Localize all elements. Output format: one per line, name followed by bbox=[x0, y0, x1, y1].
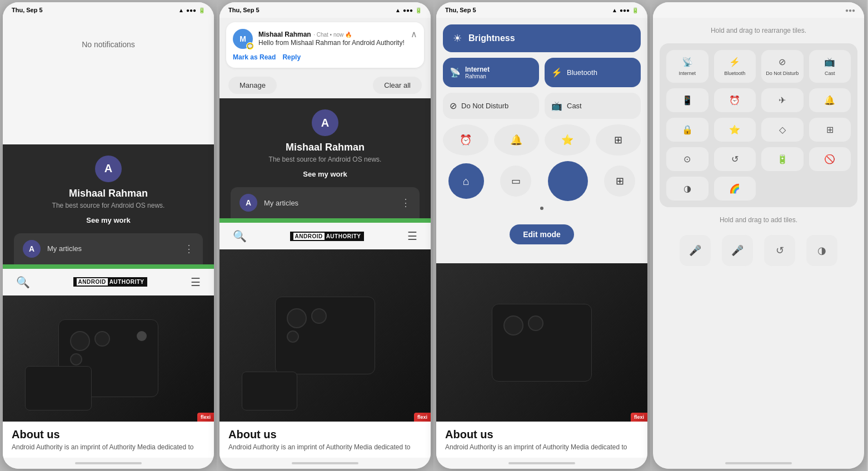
edit-dnd-icon: ⊘ bbox=[779, 57, 786, 67]
articles-dots-2[interactable]: ⋮ bbox=[401, 197, 411, 209]
about-title-1: About us bbox=[12, 428, 205, 441]
reply-btn[interactable]: Reply bbox=[282, 53, 301, 61]
qs-home-tile[interactable]: ⌂ bbox=[448, 163, 484, 199]
about-section-3: About us Android Authority is an imprint… bbox=[436, 422, 647, 458]
bluetooth-label: Bluetooth bbox=[567, 68, 597, 77]
qs-icon-tile-3[interactable]: ⭐ bbox=[545, 124, 590, 156]
qs-dot-indicator bbox=[540, 207, 543, 210]
articles-dots-1[interactable]: ⋮ bbox=[184, 243, 194, 255]
articles-label-1: My articles bbox=[47, 244, 177, 253]
home-bar-2 bbox=[292, 462, 358, 464]
notification-card-2: M 💬 Mishaal Rahman · Chat • now 🔥 Hello … bbox=[226, 22, 424, 68]
add-tile-3[interactable]: ↺ bbox=[764, 235, 795, 266]
qs-small-row: ⏰ 🔔 ⭐ ⊞ bbox=[443, 124, 641, 156]
home-bar-3 bbox=[508, 462, 575, 464]
edit-tile-17[interactable]: ◑ bbox=[666, 177, 709, 201]
internet-icon: 📡 bbox=[450, 67, 461, 78]
add-tile-2[interactable]: 🎤 bbox=[722, 235, 753, 266]
edit-tile-dnd[interactable]: ⊘ Do Not Disturb bbox=[761, 50, 804, 83]
edit-tile-16[interactable]: 🚫 bbox=[809, 147, 851, 171]
qs-icon-tile-2[interactable]: 🔔 bbox=[494, 124, 540, 156]
status-bar-1: Thu, Sep 5 ▲ ●●● 🔋 bbox=[3, 2, 214, 18]
qs-row-1: 📡 Internet Rahman ⚡ Bluetooth bbox=[443, 58, 641, 87]
brightness-icon: ☀ bbox=[453, 32, 462, 44]
notif-close-btn-2[interactable]: ∧ bbox=[411, 29, 417, 39]
edit-tile-8[interactable]: 🔔 bbox=[809, 88, 851, 112]
status-bar-2: Thu, Sep 5 ▲ ●●● 🔋 bbox=[220, 2, 431, 18]
cast-tile[interactable]: 📺 Cast bbox=[545, 93, 641, 119]
edit-tile-5[interactable]: 📱 bbox=[666, 88, 709, 112]
phone-panel-4: ●●● Hold and drag to rearrange tiles. 📡 … bbox=[650, 0, 867, 471]
edit-tile-15[interactable]: 🔋 bbox=[761, 147, 804, 171]
edit-tile-bluetooth[interactable]: ⚡ Bluetooth bbox=[714, 50, 756, 83]
see-work-link-2[interactable]: See my work bbox=[303, 170, 347, 178]
edit-tile-18[interactable]: 🌈 bbox=[714, 177, 756, 201]
bluetooth-icon: ⚡ bbox=[551, 67, 562, 78]
qs-med-tile-2[interactable]: ⊞ bbox=[604, 166, 635, 197]
qs-bottom-row: ⌂ ▭ ⊞ bbox=[443, 161, 641, 201]
edit-tile-6[interactable]: ⏰ bbox=[714, 88, 756, 112]
status-icons-3: ▲ ●●● 🔋 bbox=[612, 7, 638, 13]
edit-tile-7[interactable]: ✈ bbox=[761, 88, 804, 112]
edit-tile-internet[interactable]: 📡 Internet bbox=[666, 50, 709, 83]
edit-tile-14[interactable]: ↺ bbox=[714, 147, 756, 171]
article-image-2: flexi bbox=[220, 249, 431, 422]
edit-tile-12-icon: ⊞ bbox=[826, 124, 834, 135]
manage-button[interactable]: Manage bbox=[228, 77, 277, 94]
profile-subtitle-1: The best source for Android OS news. bbox=[52, 202, 165, 209]
edit-tile-13-icon: ⊙ bbox=[684, 154, 691, 164]
edit-tile-9[interactable]: 🔒 bbox=[666, 118, 709, 142]
notification-area-1: No notifications bbox=[3, 18, 214, 144]
add-tile-1[interactable]: 🎤 bbox=[680, 235, 711, 266]
status-time-3: Thu, Sep 5 bbox=[445, 7, 476, 13]
qs-icon-tile-1[interactable]: ⏰ bbox=[443, 124, 488, 156]
qs-icon-tile-4[interactable]: ⊞ bbox=[596, 124, 641, 156]
quick-settings-3: ☀ Brightness 📡 Internet Rahman ⚡ Bluet bbox=[436, 18, 647, 263]
edit-tile-15-icon: 🔋 bbox=[777, 154, 788, 164]
status-icons-2: ▲ ●●● 🔋 bbox=[395, 7, 422, 13]
profile-card-1: A Mishaal Rahman The best source for And… bbox=[3, 144, 214, 264]
mark-as-read-btn[interactable]: Mark as Read bbox=[233, 53, 276, 61]
profile-avatar-1: A bbox=[95, 156, 122, 182]
edit-tile-5-icon: 📱 bbox=[682, 95, 693, 106]
qs-med-tile-1[interactable]: ▭ bbox=[500, 166, 531, 197]
about-title-3: About us bbox=[445, 428, 638, 441]
dnd-label: Do Not Disturb bbox=[461, 102, 508, 110]
search-icon-2[interactable]: 🔍 bbox=[233, 229, 247, 243]
bottom-nav-2: 🔍 ANDROID AUTHORITY ☰ bbox=[220, 223, 431, 249]
notif-content-2: Mishaal Rahman · Chat • now 🔥 Hello from… bbox=[258, 29, 405, 47]
edit-tile-11[interactable]: ◇ bbox=[761, 118, 804, 142]
brightness-tile[interactable]: ☀ Brightness bbox=[443, 24, 641, 52]
edit-tile-12[interactable]: ⊞ bbox=[809, 118, 851, 142]
clear-all-button[interactable]: Clear all bbox=[373, 77, 422, 94]
about-body-1: Android Authority is an imprint of Autho… bbox=[12, 443, 205, 451]
search-icon-1[interactable]: 🔍 bbox=[16, 275, 30, 289]
about-body-2: Android Authority is an imprint of Autho… bbox=[228, 443, 422, 451]
add-tiles-hint: Hold and drag to add tiles. bbox=[653, 212, 864, 231]
qs-center-tile[interactable] bbox=[548, 161, 588, 201]
edit-tile-cast[interactable]: 📺 Cast bbox=[809, 50, 851, 83]
add-tile-4[interactable]: ◑ bbox=[806, 235, 837, 266]
menu-icon-2[interactable]: ☰ bbox=[407, 229, 417, 243]
edit-dnd-label: Do Not Disturb bbox=[766, 71, 799, 76]
bottom-nav-1: 🔍 ANDROID AUTHORITY ☰ bbox=[3, 269, 214, 295]
edit-tile-13[interactable]: ⊙ bbox=[666, 147, 709, 171]
internet-label: Internet bbox=[465, 66, 490, 73]
internet-tile[interactable]: 📡 Internet Rahman bbox=[443, 58, 539, 87]
see-work-link-1[interactable]: See my work bbox=[86, 216, 131, 224]
add-tile-1-icon: 🎤 bbox=[689, 244, 701, 257]
dnd-tile[interactable]: ⊘ Do Not Disturb bbox=[443, 93, 539, 119]
green-accent-bar-2 bbox=[220, 218, 431, 223]
menu-icon-1[interactable]: ☰ bbox=[191, 275, 201, 289]
edit-tile-10[interactable]: ⭐ bbox=[714, 118, 756, 142]
notif-actions-2: Mark as Read Reply bbox=[233, 53, 417, 61]
bluetooth-tile[interactable]: ⚡ Bluetooth bbox=[545, 58, 641, 87]
about-section-2: About us Android Authority is an imprint… bbox=[220, 422, 431, 458]
about-section-1: About us Android Authority is an imprint… bbox=[3, 422, 214, 458]
profile-card-2: A Mishaal Rahman The best source for And… bbox=[220, 98, 431, 218]
articles-label-2: My articles bbox=[264, 199, 394, 207]
add-tile-2-icon: 🎤 bbox=[731, 244, 744, 257]
edit-mode-button[interactable]: Edit mode bbox=[510, 224, 574, 244]
home-indicator-1 bbox=[3, 458, 214, 469]
edit-cast-label: Cast bbox=[825, 71, 835, 76]
